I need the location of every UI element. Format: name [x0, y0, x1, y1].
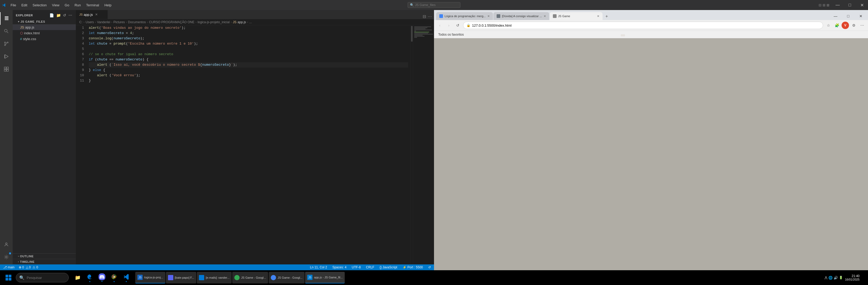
taskbar-edge[interactable] — [84, 272, 96, 283]
browser-tab-close-2[interactable]: ✕ — [544, 14, 546, 18]
scrollbar-thumb[interactable] — [411, 26, 413, 42]
breadcrumb-appjs[interactable]: app.js — [238, 20, 246, 24]
menu-file[interactable]: File — [8, 0, 19, 10]
file-item-indexhtml[interactable]: ⬡ index.html — [13, 30, 76, 36]
outline-title[interactable]: › OUTLINE — [13, 254, 76, 259]
bookmark-star-button[interactable]: ☆ — [825, 22, 832, 29]
breadcrumb-vanderlei[interactable]: Vanderlei — [97, 20, 110, 24]
cursor-position[interactable]: Ln 11, Col 2 — [309, 265, 328, 269]
browser-tab-close-3[interactable]: ✕ — [597, 14, 599, 18]
taskbar-app-js-vscode[interactable]: JS app.js - JS Game_fil... — [305, 272, 345, 283]
breadcrumb-pictures[interactable]: Pictures — [113, 20, 125, 24]
file-item-stylecss[interactable]: # style.css — [13, 36, 76, 42]
taskbar-js-game-chrome[interactable]: JS Game - Googl... — [269, 272, 305, 283]
layout-icon[interactable]: ⊟ — [818, 3, 822, 7]
menu-help[interactable]: Help — [102, 0, 114, 10]
taskbar-vscode[interactable] — [120, 272, 132, 283]
breadcrumb-curso[interactable]: CURSO PROGRAMAÇÃO ONE — [149, 20, 194, 24]
menu-edit[interactable]: Edit — [19, 0, 30, 10]
activity-source-control[interactable] — [0, 37, 13, 50]
git-branch[interactable]: ⎇ main — [2, 265, 16, 269]
network-icon[interactable]: 🌐 — [828, 276, 833, 280]
breadcrumb-users[interactable]: Users — [86, 20, 94, 24]
refresh-button[interactable]: ↺ — [454, 22, 462, 29]
show-hidden-icons-button[interactable]: ⋀ — [825, 276, 827, 280]
new-file-button[interactable]: 📄 — [49, 13, 55, 18]
battery-icon[interactable]: 🔋 — [839, 276, 843, 280]
line-endings[interactable]: CRLF — [365, 265, 375, 269]
more-actions-button[interactable]: ⋯ — [428, 14, 432, 19]
port-status[interactable]: ⚡ Port : 5500 — [402, 265, 424, 269]
code-editor[interactable]: 1 2 3 4 5 6 7 8 9 10 — [76, 25, 410, 264]
browser-minimize[interactable]: — — [830, 12, 842, 20]
refresh-button[interactable]: ↺ — [62, 13, 67, 18]
error-warning-count[interactable]: ⊗ 0 △ 0 ⚠ 0 — [18, 265, 39, 269]
language-mode[interactable]: {} JavaScript — [378, 265, 398, 269]
explorer-root-folder[interactable]: ▾ JS GAME_FILES — [13, 19, 76, 24]
titlebar-search[interactable]: 🔍 — [408, 2, 460, 8]
menu-view[interactable]: View — [50, 0, 62, 10]
editor-scrollbar[interactable] — [410, 25, 413, 264]
search-input[interactable] — [415, 3, 452, 7]
tab-appjs[interactable]: JS app.js ✕ — [76, 10, 108, 19]
menu-terminal[interactable]: Terminal — [84, 0, 102, 10]
show-desktop-button[interactable] — [864, 272, 866, 283]
new-folder-button[interactable]: 📁 — [56, 13, 62, 18]
activity-account[interactable] — [0, 238, 13, 251]
layout-icon3[interactable]: ⊠ — [827, 3, 830, 7]
url-input[interactable] — [472, 24, 820, 28]
taskbar-file-explorer[interactable]: 📁 — [72, 272, 84, 283]
windows-start-button[interactable] — [2, 271, 15, 284]
back-button[interactable]: ‹ — [436, 22, 443, 29]
taskbar-logica-js[interactable]: JS logica-js-proj... — [135, 272, 165, 283]
indentation[interactable]: Spaces: 4 — [331, 265, 347, 269]
taskbar-js-game-google[interactable]: JS Game - Googl... — [232, 272, 268, 283]
taskbar-clock[interactable]: 21:40 16/01/2025 — [845, 274, 862, 281]
volume-icon[interactable]: 🔊 — [834, 276, 838, 280]
menu-button[interactable]: ⋯ — [859, 22, 866, 29]
timeline-title[interactable]: › TIMELINE — [13, 259, 76, 264]
settings-button[interactable]: ⚙ — [850, 22, 858, 29]
menu-selection[interactable]: Selection — [30, 0, 49, 10]
profile-button[interactable]: V — [842, 22, 849, 29]
activity-search[interactable] — [0, 25, 13, 37]
activity-explorer[interactable] — [0, 12, 13, 25]
browser-tab-logica[interactable]: Lógica de programação: merg... ✕ — [436, 12, 493, 20]
minimize-button[interactable]: — — [832, 0, 844, 10]
forward-button[interactable]: › — [445, 22, 453, 29]
code-content[interactable]: alert('Boas vindas ao jogo do número sec… — [87, 25, 410, 83]
close-button[interactable]: ✕ — [856, 0, 868, 10]
sync-button[interactable]: ↺ — [427, 265, 432, 269]
taskbar-search-input[interactable] — [27, 276, 61, 280]
activity-settings[interactable]: 1 — [0, 251, 13, 263]
extensions-button[interactable]: 🧩 — [833, 22, 840, 29]
split-editor-button[interactable]: ⊟ — [423, 14, 426, 19]
breadcrumb-documentos[interactable]: Documentos — [128, 20, 146, 24]
taskbar-email[interactable]: [e-mails]: vander... — [197, 272, 232, 283]
breadcrumb-logica[interactable]: logica-js-projeto_inicial — [197, 20, 229, 24]
encoding[interactable]: UTF-8 — [351, 265, 362, 269]
browser-close[interactable]: ✕ — [855, 12, 867, 20]
file-item-appjs[interactable]: JS app.js — [13, 24, 76, 30]
layout-icon2[interactable]: ⊞ — [823, 3, 826, 7]
menu-go[interactable]: Go — [62, 0, 72, 10]
address-bar[interactable]: 🔒 — [463, 22, 823, 29]
activity-run[interactable] — [0, 50, 13, 63]
browser-tab-jsgame[interactable]: JS Game ✕ — [550, 12, 602, 20]
breadcrumb-c[interactable]: C: — [79, 20, 83, 24]
tab-close-button[interactable]: ✕ — [95, 13, 98, 16]
browser-tab-close-1[interactable]: ✕ — [487, 14, 490, 18]
taskbar-chrome[interactable] — [108, 272, 120, 283]
collapse-button[interactable]: ⋯ — [68, 13, 73, 18]
taskbar-discord[interactable] — [96, 272, 108, 283]
breadcrumb-more[interactable]: ... — [249, 20, 252, 24]
browser-tab-duvida[interactable]: [Dúvida] A consigo visualizar ... ✕ — [493, 12, 549, 20]
activity-extensions[interactable] — [0, 63, 13, 75]
browser-maximize[interactable]: □ — [842, 12, 854, 20]
menu-run[interactable]: Run — [72, 0, 84, 10]
taskbar-bate-papo[interactable]: [bate-papo] F... — [166, 272, 196, 283]
new-browser-tab-button[interactable]: + — [603, 13, 611, 20]
taskbar-search-box[interactable]: 🔍 — [16, 273, 69, 282]
bookmark-todos-favoritos[interactable]: Todos os favoritos — [436, 32, 466, 37]
maximize-button[interactable]: □ — [844, 0, 856, 10]
